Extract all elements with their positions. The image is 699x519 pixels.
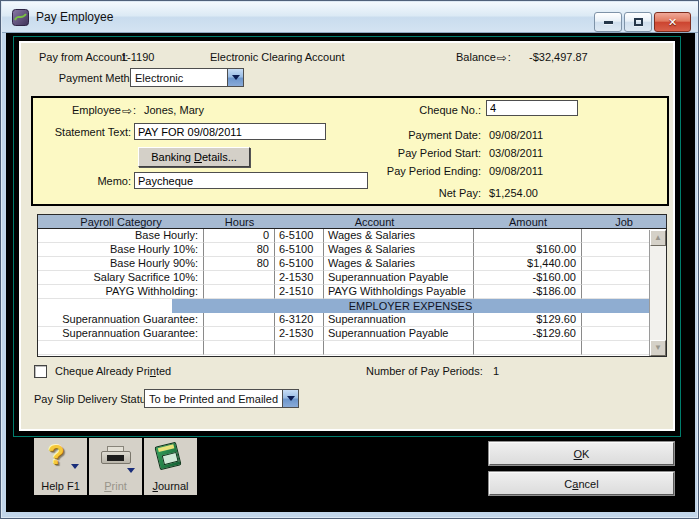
cell-job[interactable] [582, 313, 649, 327]
statement-text-label: Statement Text: [33, 126, 131, 138]
banking-details-button[interactable]: Banking Details... [138, 147, 250, 167]
cheque-printed-checkbox[interactable] [34, 365, 47, 378]
balance-detail-arrow-icon[interactable]: ⇨ [496, 51, 508, 65]
close-button[interactable]: ✕ [654, 12, 691, 32]
cell-account-name[interactable]: Wages & Salaries [324, 229, 474, 243]
pay-period-start-value: 03/08/2011 [489, 147, 543, 159]
cell-account-no[interactable]: 6-5100 [275, 229, 324, 243]
help-label: Help F1 [41, 480, 80, 492]
cell-job[interactable] [582, 285, 649, 299]
cell-account-name[interactable]: Wages & Salaries [324, 243, 474, 257]
cell-category[interactable]: Salary Sacrifice 10%: [38, 271, 204, 285]
cell-hours [204, 341, 275, 355]
scroll-up-icon: ▲ [654, 234, 662, 242]
cell-account-name [324, 341, 474, 355]
cell-amount[interactable]: -$160.00 [474, 271, 582, 285]
maximize-button[interactable] [624, 12, 652, 32]
table-row[interactable]: Base Hourly 10%:806-5100Wages & Salaries… [38, 243, 666, 257]
memo-label: Memo: [33, 175, 131, 187]
header-payroll-category: Payroll Category [38, 215, 204, 228]
table-row[interactable]: Salary Sacrifice 10%:2-1530Superannuatio… [38, 271, 666, 285]
cell-account-name[interactable]: Wages & Salaries [324, 257, 474, 271]
cell-account-no[interactable]: 6-5100 [275, 243, 324, 257]
ok-button[interactable]: OK [489, 442, 674, 465]
cell-hours[interactable] [204, 285, 275, 299]
payment-method-combo[interactable]: Electronic [130, 68, 244, 87]
print-label: Print [104, 480, 127, 492]
pay-period-ending-value: 09/08/2011 [489, 165, 543, 177]
cell-hours[interactable]: 80 [204, 257, 275, 271]
employee-detail-arrow-icon[interactable]: ⇨ [121, 104, 133, 118]
cell-account-no[interactable]: 2-1510 [275, 285, 324, 299]
cell-account-name[interactable]: Superannuation [324, 313, 474, 327]
scroll-down-button[interactable]: ▼ [650, 340, 666, 356]
help-button[interactable]: ? Help F1 [34, 438, 87, 495]
cell-amount[interactable]: $160.00 [474, 243, 582, 257]
payment-date-label: Payment Date: [333, 129, 481, 141]
cell-hours[interactable] [204, 271, 275, 285]
num-pay-periods-value: 1 [493, 365, 499, 377]
journal-button[interactable]: Journal [144, 438, 197, 495]
payment-method-value: Electronic [131, 72, 227, 84]
cheque-no-input[interactable] [486, 100, 578, 116]
cell-job[interactable] [582, 257, 649, 271]
cell-account-no[interactable]: 6-5100 [275, 257, 324, 271]
cell-category[interactable]: Base Hourly: [38, 229, 204, 243]
cell-hours[interactable]: 0 [204, 229, 275, 243]
table-scrollbar[interactable]: ▲ ▼ [649, 230, 666, 356]
cell-account-no[interactable]: 2-1530 [275, 327, 324, 341]
cell-account-name[interactable]: PAYG Withholdings Payable [324, 285, 474, 299]
payroll-table: Payroll Category Hours Account Amount Jo… [37, 214, 667, 357]
pay-slip-status-value: To be Printed and Emailed [145, 393, 282, 405]
table-row[interactable]: Base Hourly 90%:806-5100Wages & Salaries… [38, 257, 666, 271]
app-icon [12, 9, 29, 26]
cell-account-name[interactable]: Superannuation Payable [324, 327, 474, 341]
cell-hours[interactable]: 80 [204, 243, 275, 257]
window-title: Pay Employee [36, 10, 113, 24]
cell-category[interactable]: Base Hourly 10%: [38, 243, 204, 257]
cell-amount[interactable]: $129.60 [474, 313, 582, 327]
scroll-down-icon: ▼ [654, 344, 662, 352]
pay-slip-dropdown-button[interactable] [282, 390, 298, 407]
pay-from-account-label: Pay from Account: [39, 51, 128, 63]
cell-hours[interactable] [204, 313, 275, 327]
net-pay-label: Net Pay: [333, 187, 481, 199]
cell-account-no[interactable]: 6-3120 [275, 313, 324, 327]
pay-slip-status-combo[interactable]: To be Printed and Emailed [144, 389, 299, 408]
cancel-button[interactable]: Cancel [489, 472, 674, 495]
cell-amount[interactable]: -$186.00 [474, 285, 582, 299]
account-number: 1-1190 [121, 51, 154, 63]
cell-amount[interactable]: $1,440.00 [474, 257, 582, 271]
cell-account-name[interactable]: Superannuation Payable [324, 271, 474, 285]
cell-job[interactable] [582, 229, 649, 243]
dialog-body: Pay from Account: 1-1190 Electronic Clea… [6, 33, 695, 512]
cell-amount[interactable]: -$129.60 [474, 327, 582, 341]
table-row[interactable]: Superannuation Guarantee:2-1530Superannu… [38, 327, 666, 341]
printer-icon [101, 446, 131, 468]
cell-job[interactable] [582, 271, 649, 285]
table-row[interactable]: Superannuation Guarantee:6-3120Superannu… [38, 313, 666, 327]
scroll-up-button[interactable]: ▲ [650, 230, 666, 246]
cheque-printed-label[interactable]: Cheque Already Printed [55, 365, 171, 377]
cell-hours[interactable] [204, 327, 275, 341]
maximize-icon [634, 18, 643, 26]
cell-job[interactable] [582, 327, 649, 341]
payment-method-dropdown-button[interactable] [227, 69, 243, 86]
cell-amount[interactable] [474, 229, 582, 243]
cell-category[interactable]: PAYG Withholding: [38, 285, 204, 299]
cell-category[interactable]: Superannuation Guarantee: [38, 313, 204, 327]
statement-text-input[interactable] [134, 123, 326, 140]
cell-account-no[interactable]: 2-1530 [275, 271, 324, 285]
cell-category[interactable]: Base Hourly 90%: [38, 257, 204, 271]
cell-category[interactable]: Superannuation Guarantee: [38, 327, 204, 341]
dropdown-arrow-icon [232, 75, 240, 80]
window-titlebar[interactable]: Pay Employee ✕ [2, 2, 699, 33]
help-dropdown-icon [71, 464, 79, 469]
minimize-button[interactable] [594, 12, 622, 32]
header-amount: Amount [474, 215, 582, 228]
help-icon: ? [48, 440, 65, 471]
table-row[interactable]: PAYG Withholding:2-1510PAYG Withholdings… [38, 285, 666, 299]
table-row[interactable]: Base Hourly:06-5100Wages & Salaries [38, 229, 666, 243]
print-button[interactable]: Print [89, 438, 142, 495]
cell-job[interactable] [582, 243, 649, 257]
